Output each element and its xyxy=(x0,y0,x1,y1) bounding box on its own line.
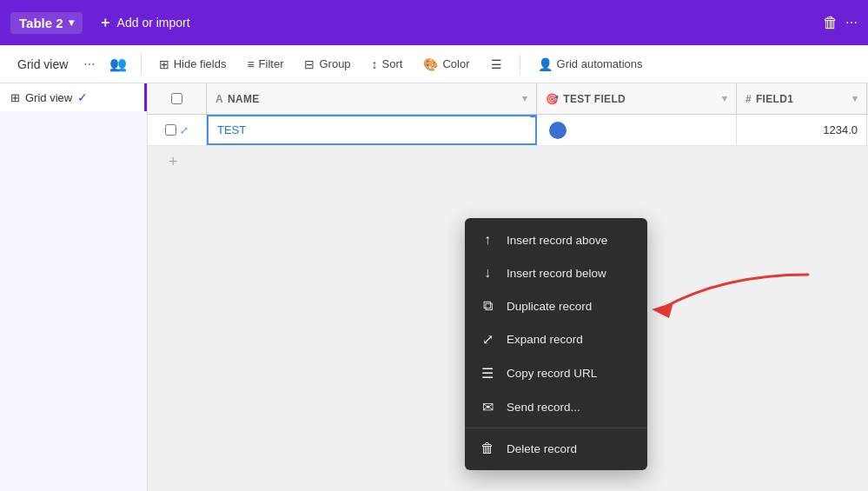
test-field-circle xyxy=(549,122,567,139)
td-testfield-cell[interactable] xyxy=(537,115,737,145)
add-import-button[interactable]: ＋ Add or import xyxy=(89,10,199,36)
th-field1-label: FIELD1 xyxy=(756,93,793,105)
group-icon: ⊟ xyxy=(304,57,315,71)
table-area: A Name ▾ 🎯 TEST FIELD ▾ # FIELD1 ▾ 📅 ⤢ xyxy=(148,83,868,491)
copy-url-icon: ☰ xyxy=(479,365,496,382)
top-bar-right: 🗑 ⋯ xyxy=(823,14,858,32)
td-name-value: TEST xyxy=(217,123,246,136)
th-field1: # FIELD1 ▾ xyxy=(737,83,867,114)
filter-button[interactable]: ≡ Filter xyxy=(238,53,292,76)
automations-icon: 👤 xyxy=(538,57,553,71)
hide-fields-label: Hide fields xyxy=(174,57,227,70)
sidebar: ⊞ Grid view ✓ xyxy=(0,83,148,491)
view-options-dots[interactable]: ··· xyxy=(78,53,100,76)
ctx-insert-below-label: Insert record below xyxy=(507,267,606,280)
active-checkmark: ✓ xyxy=(77,90,88,104)
ctx-duplicate-label: Duplicate record xyxy=(507,300,592,313)
duplicate-icon: ⧉ xyxy=(479,298,496,314)
grid-view-icon: ⊞ xyxy=(10,91,20,104)
table-name-button[interactable]: Table 2 ▾ xyxy=(10,12,83,34)
color-label: Color xyxy=(442,57,469,70)
th-name-label: Name xyxy=(228,93,260,105)
grid-automations-button[interactable]: 👤 Grid automations xyxy=(529,53,652,76)
table-dropdown-icon: ▾ xyxy=(69,17,74,29)
users-icon[interactable]: 👥 xyxy=(104,52,132,76)
add-import-label: Add or import xyxy=(117,16,190,30)
ctx-insert-above-label: Insert record above xyxy=(507,234,607,247)
field1-value: 1234.0 xyxy=(823,123,858,136)
delete-icon: 🗑 xyxy=(479,441,496,456)
group-button[interactable]: ⊟ Group xyxy=(295,53,359,76)
context-menu: ↑ Insert record above ↓ Insert record be… xyxy=(465,218,647,470)
toolbar: Grid view ··· 👥 ⊞ Hide fields ≡ Filter ⊟… xyxy=(0,45,868,83)
ctx-insert-below[interactable]: ↓ Insert record below xyxy=(465,256,647,289)
testfield-icon: 🎯 xyxy=(546,93,559,105)
th-testfield: 🎯 TEST FIELD ▾ xyxy=(537,83,737,114)
hide-fields-button[interactable]: ⊞ Hide fields xyxy=(150,53,235,76)
insert-below-icon: ↓ xyxy=(479,265,496,281)
add-row-button[interactable]: + xyxy=(148,146,868,178)
th-name: A Name ▾ xyxy=(207,83,537,114)
top-bar: Table 2 ▾ ＋ Add or import 🗑 ⋯ xyxy=(0,0,868,45)
svg-marker-0 xyxy=(652,302,673,318)
color-button[interactable]: 🎨 Color xyxy=(414,53,478,76)
ctx-copy-url-label: Copy record URL xyxy=(507,367,597,380)
name-field-icon: A xyxy=(215,93,223,105)
ctx-duplicate[interactable]: ⧉ Duplicate record xyxy=(465,289,647,322)
row-height-icon: ☰ xyxy=(491,57,502,71)
th-field1-expand-icon[interactable]: ▾ xyxy=(852,93,858,104)
row-expand-icon[interactable]: ⤢ xyxy=(180,124,189,136)
view-name-label: Grid view xyxy=(10,54,75,75)
sort-label: Sort xyxy=(382,57,403,70)
send-record-icon: ✉ xyxy=(479,399,496,415)
group-label: Group xyxy=(319,57,350,70)
color-icon: 🎨 xyxy=(423,57,438,71)
table-name-label: Table 2 xyxy=(19,16,63,30)
insert-above-icon: ↑ xyxy=(479,232,496,248)
expand-icon: ⤢ xyxy=(479,331,496,348)
ctx-divider xyxy=(465,428,647,428)
ctx-send-label: Send record... xyxy=(507,401,580,414)
grid-automations-label: Grid automations xyxy=(557,57,643,70)
th-testfield-label: TEST FIELD xyxy=(563,93,626,105)
th-name-expand-icon[interactable]: ▾ xyxy=(522,93,527,104)
toolbar-divider-2 xyxy=(520,54,520,75)
table-header: A Name ▾ 🎯 TEST FIELD ▾ # FIELD1 ▾ 📅 xyxy=(148,83,868,115)
header-checkbox[interactable] xyxy=(171,93,182,104)
td-field1-cell[interactable]: 1234.0 xyxy=(737,115,867,145)
ctx-expand[interactable]: ⤢ Expand record xyxy=(465,322,647,356)
row-height-button[interactable]: ☰ xyxy=(482,53,511,76)
row-checkbox[interactable] xyxy=(165,124,176,136)
plus-icon: ＋ xyxy=(98,14,112,32)
more-icon[interactable]: ⋯ xyxy=(845,16,858,30)
filter-label: Filter xyxy=(259,57,284,70)
ctx-send-record[interactable]: ✉ Send record... xyxy=(465,390,647,424)
toolbar-divider-1 xyxy=(141,54,142,75)
header-checkbox-cell xyxy=(148,83,207,114)
ctx-copy-url[interactable]: ☰ Copy record URL xyxy=(465,356,647,390)
ctx-delete-label: Delete record xyxy=(507,442,577,455)
hide-fields-icon: ⊞ xyxy=(159,57,169,71)
sidebar-view-label: Grid view xyxy=(25,91,72,104)
row-corner-indicator xyxy=(530,116,537,123)
row-controls: ⤢ xyxy=(148,115,207,145)
sidebar-item-grid-view[interactable]: ⊞ Grid view ✓ xyxy=(0,83,147,111)
field1-icon: # xyxy=(745,93,752,105)
annotation-arrow xyxy=(634,266,825,335)
td-name-cell[interactable]: TEST xyxy=(207,115,537,145)
filter-icon: ≡ xyxy=(247,57,254,71)
th-testfield-expand-icon[interactable]: ▾ xyxy=(722,93,727,104)
sort-button[interactable]: ↕ Sort xyxy=(363,53,412,76)
ctx-expand-label: Expand record xyxy=(507,333,583,346)
sort-icon: ↕ xyxy=(372,57,378,71)
main-area: ⊞ Grid view ✓ A Name ▾ 🎯 TEST FIELD ▾ # xyxy=(0,83,868,491)
ctx-insert-above[interactable]: ↑ Insert record above xyxy=(465,223,647,256)
ctx-delete[interactable]: 🗑 Delete record xyxy=(465,432,647,465)
trash-icon[interactable]: 🗑 xyxy=(823,14,838,32)
add-row-icon: + xyxy=(169,153,178,171)
table-row: ⤢ TEST 1234.0 xyxy=(148,115,868,146)
